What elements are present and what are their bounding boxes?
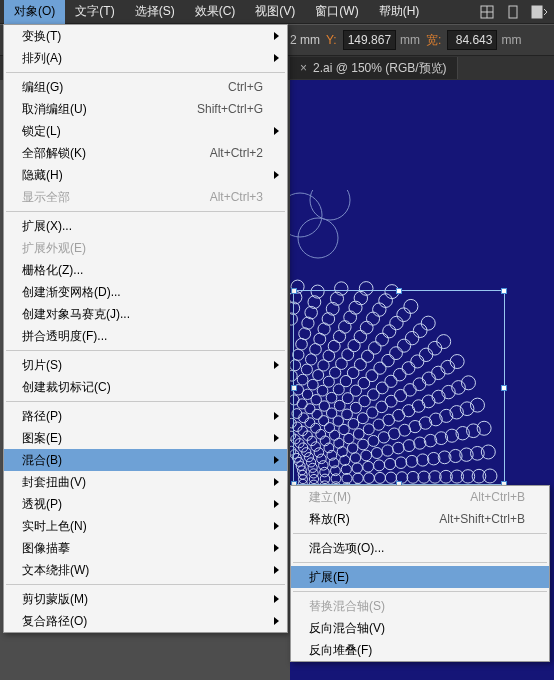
menu-item[interactable]: 混合选项(O)... xyxy=(291,537,549,559)
menu-item[interactable]: 创建裁切标记(C) xyxy=(4,376,287,398)
menu-item[interactable]: 反向混合轴(V) xyxy=(291,617,549,639)
menu-item[interactable]: 扩展(X)... xyxy=(4,215,287,237)
svg-rect-4 xyxy=(532,6,542,18)
submenu-arrow-icon xyxy=(274,412,279,420)
menu-item[interactable]: 排列(A) xyxy=(4,47,287,69)
menu-item[interactable]: 实时上色(N) xyxy=(4,515,287,537)
w-input[interactable]: 84.643 xyxy=(447,30,497,50)
menu-item[interactable]: 隐藏(H) xyxy=(4,164,287,186)
document-tab[interactable]: × 2.ai @ 150% (RGB/预览) xyxy=(290,57,458,79)
submenu-arrow-icon xyxy=(274,54,279,62)
menu-item[interactable]: 复合路径(O) xyxy=(4,610,287,632)
blend-submenu: 建立(M)Alt+Ctrl+B释放(R)Alt+Shift+Ctrl+B混合选项… xyxy=(290,485,550,662)
x-suffix: 2 mm xyxy=(290,33,320,47)
menu-item[interactable]: 透视(P) xyxy=(4,493,287,515)
doc-icon[interactable] xyxy=(502,1,524,23)
menu-item[interactable]: 编组(G)Ctrl+G xyxy=(4,76,287,98)
menu-item[interactable]: 封套扭曲(V) xyxy=(4,471,287,493)
tab-title: 2.ai @ 150% (RGB/预览) xyxy=(313,60,447,77)
grid-icon[interactable] xyxy=(476,1,498,23)
menu-item[interactable]: 反向堆叠(F) xyxy=(291,639,549,661)
menu-item[interactable]: 混合(B) xyxy=(4,449,287,471)
menu-item[interactable]: 变换(T) xyxy=(4,25,287,47)
svg-rect-3 xyxy=(509,6,517,18)
menu-item: 显示全部Alt+Ctrl+3 xyxy=(4,186,287,208)
menu-view[interactable]: 视图(V) xyxy=(245,0,305,24)
submenu-arrow-icon xyxy=(274,127,279,135)
menu-effect[interactable]: 效果(C) xyxy=(185,0,246,24)
selection-box[interactable] xyxy=(293,290,505,485)
svg-point-7 xyxy=(298,218,338,258)
menu-item[interactable]: 切片(S) xyxy=(4,354,287,376)
selection-handle[interactable] xyxy=(291,385,297,391)
submenu-arrow-icon xyxy=(274,478,279,486)
menu-item[interactable]: 取消编组(U)Shift+Ctrl+G xyxy=(4,98,287,120)
menu-item[interactable]: 图案(E) xyxy=(4,427,287,449)
menu-item[interactable]: 创建对象马赛克(J)... xyxy=(4,303,287,325)
submenu-arrow-icon xyxy=(274,171,279,179)
w-label: 宽: xyxy=(424,32,443,49)
svg-point-6 xyxy=(310,190,350,220)
layout-icon[interactable] xyxy=(528,1,550,23)
object-menu: 变换(T)排列(A)编组(G)Ctrl+G取消编组(U)Shift+Ctrl+G… xyxy=(3,24,288,633)
menu-help[interactable]: 帮助(H) xyxy=(369,0,430,24)
menu-item: 建立(M)Alt+Ctrl+B xyxy=(291,486,549,508)
y-input[interactable]: 149.867 xyxy=(343,30,396,50)
submenu-arrow-icon xyxy=(274,500,279,508)
menu-item[interactable]: 拼合透明度(F)... xyxy=(4,325,287,347)
tab-close-icon[interactable]: × xyxy=(300,61,307,75)
selection-handle[interactable] xyxy=(396,288,402,294)
selection-handle[interactable] xyxy=(501,385,507,391)
selection-handle[interactable] xyxy=(291,288,297,294)
submenu-arrow-icon xyxy=(274,617,279,625)
submenu-arrow-icon xyxy=(274,544,279,552)
submenu-arrow-icon xyxy=(274,32,279,40)
submenu-arrow-icon xyxy=(274,434,279,442)
menu-item[interactable]: 创建渐变网格(D)... xyxy=(4,281,287,303)
y-unit: mm xyxy=(400,33,420,47)
submenu-arrow-icon xyxy=(274,566,279,574)
w-unit: mm xyxy=(501,33,521,47)
menu-item: 扩展外观(E) xyxy=(4,237,287,259)
menu-item[interactable]: 剪切蒙版(M) xyxy=(4,588,287,610)
menu-item[interactable]: 释放(R)Alt+Shift+Ctrl+B xyxy=(291,508,549,530)
menu-item: 替换混合轴(S) xyxy=(291,595,549,617)
menu-item[interactable]: 路径(P) xyxy=(4,405,287,427)
submenu-arrow-icon xyxy=(274,522,279,530)
menu-window[interactable]: 窗口(W) xyxy=(305,0,368,24)
submenu-arrow-icon xyxy=(274,361,279,369)
menu-item[interactable]: 图像描摹 xyxy=(4,537,287,559)
menu-object[interactable]: 对象(O) xyxy=(4,0,65,24)
menu-type[interactable]: 文字(T) xyxy=(65,0,124,24)
menu-item[interactable]: 栅格化(Z)... xyxy=(4,259,287,281)
menu-item[interactable]: 锁定(L) xyxy=(4,120,287,142)
menu-select[interactable]: 选择(S) xyxy=(125,0,185,24)
y-label: Y: xyxy=(324,33,339,47)
menu-item[interactable]: 扩展(E) xyxy=(291,566,549,588)
selection-handle[interactable] xyxy=(501,288,507,294)
menu-item[interactable]: 文本绕排(W) xyxy=(4,559,287,581)
submenu-arrow-icon xyxy=(274,595,279,603)
menu-bar: 对象(O) 文字(T) 选择(S) 效果(C) 视图(V) 窗口(W) 帮助(H… xyxy=(0,0,554,24)
menu-item[interactable]: 全部解锁(K)Alt+Ctrl+2 xyxy=(4,142,287,164)
submenu-arrow-icon xyxy=(274,456,279,464)
